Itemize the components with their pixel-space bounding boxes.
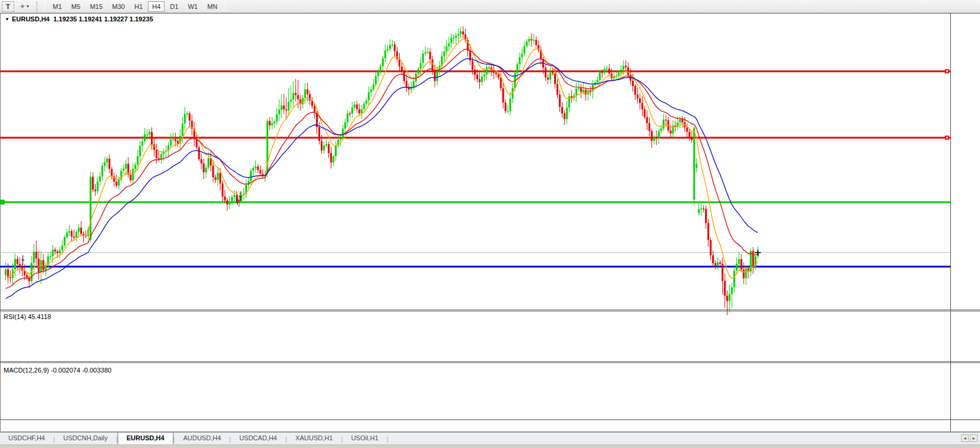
- tab-xauusd-h1[interactable]: XAUUSD,H1: [287, 433, 341, 444]
- tab-eurusd-h4[interactable]: EURUSD,H4: [118, 432, 173, 444]
- tab-audusd-h4[interactable]: AUDUSD,H4: [175, 433, 229, 444]
- macd-indicator-label: MACD(12,26,9) -0.002074 -0.003380: [4, 367, 112, 374]
- expand-triangle-icon: ▼: [5, 17, 10, 22]
- chart-title: ▼EURUSD,H4 1.19235 1.19241 1.19227 1.192…: [5, 15, 153, 23]
- tab-separator: |: [387, 436, 388, 444]
- scroll-right-button[interactable]: ▸: [970, 434, 978, 442]
- mt4-window: T ✦ ▾ M1M5M15M30H1H4D1W1MN ▼EURUSD,H4 1.…: [0, 0, 980, 448]
- chart-canvas[interactable]: [0, 0, 980, 448]
- scroll-left-button[interactable]: ◂: [961, 434, 969, 442]
- tab-usoil-h1[interactable]: USOil,H1: [343, 433, 387, 444]
- tab-usdchf-h4[interactable]: USDCHF,H4: [0, 433, 53, 444]
- chart-quote-values: 1.19235 1.19241 1.19227 1.19235: [53, 15, 153, 23]
- chart-symbol-label: EURUSD,H4: [12, 15, 50, 23]
- tab-usdcnh-daily[interactable]: USDCNH,Daily: [55, 433, 116, 444]
- tab-usdcad-h4[interactable]: USDCAD,H4: [231, 433, 286, 444]
- chart-tab-bar: USDCHF,H4|USDCNH,Daily|EURUSD,H4|AUDUSD,…: [0, 432, 980, 445]
- tab-scroll-buttons: ◂ ▸: [961, 434, 978, 442]
- rsi-indicator-label: RSI(14) 45.4118: [4, 313, 51, 320]
